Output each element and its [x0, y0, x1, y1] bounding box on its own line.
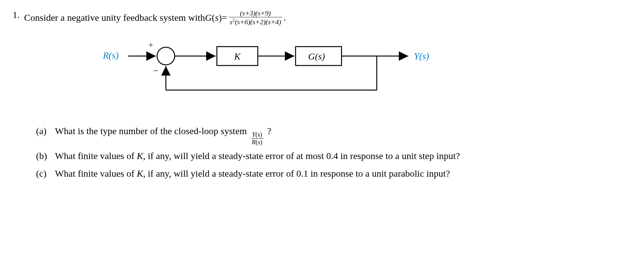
- summing-junction: [157, 47, 175, 65]
- tf-denom-rest: (s+6)(s+2)(s+4): [235, 18, 281, 26]
- r-label: R(s): [103, 50, 119, 61]
- r-of-s-r: R: [252, 139, 256, 145]
- intro-line: Consider a negative unity feedback syste…: [24, 9, 632, 26]
- part-a-text: What is the type number of the closed-lo…: [55, 124, 625, 145]
- close-paren: ): [219, 11, 222, 24]
- part-c: (c) What finite values of K, if any, wil…: [36, 166, 625, 181]
- y-of-s-y: Y: [252, 131, 255, 138]
- y-label: Y(s): [414, 51, 429, 61]
- problem-number: 1.: [13, 9, 20, 20]
- part-a-label: (a): [36, 124, 51, 145]
- tf-denom-exp: 2: [232, 17, 235, 23]
- problem-1: 1. Consider a negative unity feedback sy…: [13, 9, 631, 184]
- transfer-function-fraction: (s+3)(s+9) s2(s+6)(s+2)(s+4): [229, 9, 282, 26]
- minus-sign: −: [153, 66, 158, 76]
- closed-loop-fraction: Y(s) R(s): [251, 131, 263, 145]
- block-diagram: R(s) + − K G(s): [100, 37, 632, 102]
- k-label: K: [234, 51, 241, 61]
- part-c-label: (c): [36, 166, 51, 181]
- part-a-before: What is the type number of the closed-lo…: [55, 126, 249, 136]
- part-b: (b) What finite values of K, if any, wil…: [36, 149, 625, 163]
- part-b-text: What finite values of K, if any, will yi…: [55, 149, 625, 163]
- s-symbol: s: [215, 11, 219, 24]
- part-c-text: What finite values of K, if any, will yi…: [55, 166, 625, 181]
- block-diagram-svg: R(s) + − K G(s): [100, 37, 452, 100]
- r-of-s-rest: (s): [256, 139, 262, 145]
- g-symbol: G: [205, 11, 212, 24]
- part-b-content: What finite values of K, if any, will yi…: [55, 151, 460, 161]
- intro-prefix: Consider a negative unity feedback syste…: [24, 11, 205, 24]
- part-b-label: (b): [36, 149, 51, 163]
- part-a-after: ?: [267, 126, 271, 136]
- tf-denom-s: s: [230, 18, 233, 26]
- plus-sign: +: [149, 40, 153, 49]
- equals: =: [222, 11, 227, 24]
- tf-numerator: (s+3)(s+9): [240, 9, 271, 17]
- problem-body: Consider a negative unity feedback syste…: [24, 9, 632, 184]
- sub-parts: (a) What is the type number of the close…: [36, 124, 625, 181]
- open-paren: (: [212, 11, 215, 24]
- intro-period: .: [284, 11, 286, 24]
- part-a: (a) What is the type number of the close…: [36, 124, 625, 145]
- g-label: G(s): [308, 51, 325, 62]
- part-c-content: What finite values of K, if any, will yi…: [55, 168, 450, 179]
- y-of-s-rest: (s): [256, 131, 262, 138]
